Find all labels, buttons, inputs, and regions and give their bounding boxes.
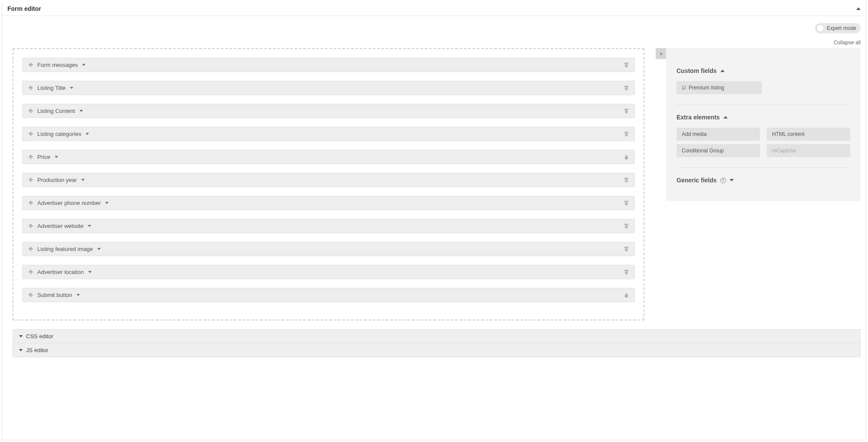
field-row[interactable]: Form messages: [22, 58, 635, 72]
form-canvas[interactable]: Form messagesListing TitleListing Conten…: [13, 48, 644, 320]
caret-down-icon[interactable]: [81, 179, 85, 181]
css-editor-label: CSS editor: [26, 333, 53, 340]
field-row[interactable]: Listing Content: [22, 104, 635, 118]
pill-label: Conditional Group: [682, 148, 724, 154]
drag-handle-icon[interactable]: [28, 246, 34, 252]
js-editor-label: JS editor: [26, 347, 48, 353]
custom-fields-title: Custom fields: [677, 67, 717, 74]
drag-handle-icon[interactable]: [28, 154, 34, 160]
field-row[interactable]: Advertiser phone number: [22, 196, 635, 210]
panel-collapse-icon[interactable]: [856, 7, 861, 10]
caret-down-icon[interactable]: [55, 156, 58, 158]
field-label: Advertiser location: [37, 269, 84, 275]
field-label: Listing Title: [37, 85, 66, 91]
custom-fields-list: ☑ Premium listing: [677, 81, 850, 94]
field-label: Price: [37, 154, 50, 160]
expert-mode-label: Expert mode: [827, 25, 856, 31]
delete-button[interactable]: [624, 246, 629, 252]
css-editor-row[interactable]: CSS editor: [13, 329, 861, 343]
chevron-up-icon: [720, 69, 725, 72]
divider: [677, 105, 850, 105]
extra-elements-title: Extra elements: [677, 114, 720, 121]
drag-handle-icon[interactable]: [28, 292, 34, 298]
caret-down-icon[interactable]: [79, 110, 83, 112]
caret-down-icon[interactable]: [70, 87, 73, 89]
caret-down-icon[interactable]: [105, 202, 109, 204]
pill-recaptcha[interactable]: reCaptcha: [767, 144, 850, 157]
generic-fields-header[interactable]: Generic fields ?: [677, 177, 850, 184]
field-label: Listing Content: [37, 108, 75, 114]
help-icon[interactable]: ?: [720, 178, 726, 183]
drag-handle-icon[interactable]: [28, 85, 34, 91]
chevron-down-icon: [729, 179, 734, 181]
field-row[interactable]: Production year: [22, 173, 635, 187]
caret-down-icon: [19, 349, 23, 351]
caret-down-icon[interactable]: [88, 271, 92, 273]
elements-sidebar: Custom fields ☑ Premium listing Extra el…: [666, 48, 861, 201]
delete-button[interactable]: [624, 200, 629, 206]
delete-button[interactable]: [624, 85, 629, 91]
delete-button[interactable]: [624, 223, 629, 229]
divider: [677, 168, 850, 168]
drag-handle-icon[interactable]: [28, 62, 34, 68]
pill-html-content[interactable]: HTML content: [767, 128, 850, 141]
pill-label: Premium listing: [689, 85, 724, 91]
delete-button[interactable]: [624, 177, 629, 183]
caret-down-icon: [19, 335, 23, 337]
extra-elements-list: Add media HTML content Conditional Group…: [677, 128, 850, 157]
pill-label: reCaptcha: [772, 148, 796, 154]
caret-down-icon[interactable]: [88, 225, 91, 227]
drag-handle-icon[interactable]: [28, 177, 34, 183]
chevron-right-icon: [660, 52, 663, 56]
field-label: Advertiser phone number: [37, 200, 101, 206]
toolbar: Expert mode: [2, 16, 866, 35]
field-row[interactable]: Price: [22, 150, 635, 164]
drag-handle-icon[interactable]: [28, 108, 34, 114]
field-row[interactable]: Listing categories: [22, 127, 635, 141]
panel-title: Form editor: [7, 5, 41, 12]
panel-header: Form editor: [2, 2, 866, 16]
field-row[interactable]: Listing featured image: [22, 242, 635, 256]
delete-button[interactable]: [624, 131, 629, 137]
caret-down-icon[interactable]: [86, 133, 89, 135]
field-row[interactable]: Submit button: [22, 288, 635, 302]
drag-handle-icon[interactable]: [28, 269, 34, 275]
generic-fields-title: Generic fields: [677, 177, 717, 184]
pill-premium-listing[interactable]: ☑ Premium listing: [677, 81, 762, 94]
caret-down-icon[interactable]: [76, 294, 80, 296]
drag-handle-icon[interactable]: [28, 200, 34, 206]
field-row[interactable]: Listing Title: [22, 81, 635, 95]
field-label: Listing categories: [37, 131, 81, 137]
drag-handle-icon[interactable]: [28, 131, 34, 137]
caret-down-icon[interactable]: [97, 248, 101, 250]
field-label: Listing featured image: [37, 246, 93, 252]
collapse-all-row: Collapse all: [2, 35, 866, 48]
custom-fields-header[interactable]: Custom fields: [677, 67, 850, 74]
delete-button[interactable]: [624, 62, 629, 68]
field-label: Form messages: [37, 62, 78, 68]
form-editor-panel: Form editor Expert mode Collapse all For…: [2, 2, 866, 440]
lock-icon: [624, 154, 629, 160]
extra-elements-header[interactable]: Extra elements: [677, 114, 850, 121]
lock-icon: [624, 292, 629, 298]
field-label: Submit button: [37, 292, 72, 298]
delete-button[interactable]: [624, 269, 629, 275]
js-editor-row[interactable]: JS editor: [13, 343, 861, 357]
caret-down-icon[interactable]: [82, 64, 86, 66]
collapse-all-link[interactable]: Collapse all: [834, 40, 861, 46]
pill-label: Add media: [682, 131, 706, 137]
pill-conditional-group[interactable]: Conditional Group: [677, 144, 760, 157]
delete-button[interactable]: [624, 108, 629, 114]
drag-handle-icon[interactable]: [28, 223, 34, 229]
toggle-knob: [816, 24, 824, 32]
field-row[interactable]: Advertiser location: [22, 265, 635, 279]
expert-mode-toggle[interactable]: Expert mode: [815, 23, 861, 33]
field-row[interactable]: Advertiser website: [22, 219, 635, 233]
pill-label: HTML content: [772, 131, 805, 137]
chevron-up-icon: [723, 116, 728, 119]
field-label: Production year: [37, 177, 77, 183]
sidebar-collapse-button[interactable]: [656, 48, 666, 59]
editor-body: Form messagesListing TitleListing Conten…: [2, 48, 866, 329]
pill-add-media[interactable]: Add media: [677, 128, 760, 141]
checkbox-icon: ☑: [682, 85, 686, 91]
